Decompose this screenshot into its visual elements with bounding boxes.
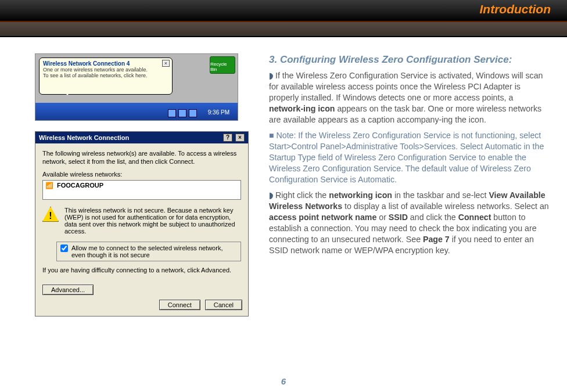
p2-bold4: SSID: [389, 213, 408, 222]
section-heading: 3. Configuring Wireless Zero Configurati…: [269, 53, 550, 67]
left-column: Recycle Bin × Wireless Network Connectio…: [35, 53, 259, 317]
warning-row: ! This wireless network is not secure. B…: [42, 206, 241, 239]
content-area: Recycle Bin × Wireless Network Connectio…: [0, 37, 567, 317]
allow-insecure-row: Allow me to connect to the selected wire…: [56, 242, 241, 261]
taskbar-clock: 9:36 PM: [208, 109, 229, 116]
network-list-item[interactable]: 📶 FOOCAGROUP: [45, 182, 238, 189]
allow-insecure-checkbox[interactable]: [60, 244, 68, 252]
dialog-body: The following wireless network(s) are av…: [35, 143, 248, 285]
right-column: 3. Configuring Wireless Zero Configurati…: [269, 53, 550, 317]
tray-icon: [178, 109, 186, 117]
note-paragraph: Note: If the Wireless Zero Configuration…: [269, 130, 550, 185]
available-networks-label: Available wireless networks:: [42, 171, 241, 178]
p2-d: or: [376, 213, 389, 222]
dialog-intro-text: The following wireless network(s) are av…: [42, 149, 241, 166]
tray-icons: [168, 109, 197, 117]
p2-bold5: Connect: [458, 213, 491, 222]
networks-listbox[interactable]: 📶 FOOCAGROUP: [42, 180, 241, 200]
titlebar-buttons: ? ×: [222, 134, 245, 142]
close-button[interactable]: ×: [235, 134, 245, 142]
dialog-title-text: Wireless Network Connection: [39, 134, 129, 141]
taskbar-balloon-screenshot: Recycle Bin × Wireless Network Connectio…: [35, 53, 238, 121]
cancel-button[interactable]: Cancel: [205, 300, 242, 310]
p2-bold3: access point network name: [269, 213, 376, 222]
p1-text-a: If the Wireless Zero Configuration Servi…: [269, 71, 543, 102]
dialog-titlebar: Wireless Network Connection ? ×: [35, 132, 248, 143]
p2-b: in the taskbar and se-lect: [392, 190, 489, 200]
balloon-line1: One or more wireless networks are availa…: [43, 67, 168, 73]
balloon-title: Wireless Network Connection 4: [43, 60, 168, 67]
connect-button[interactable]: Connect: [159, 300, 200, 310]
paragraph-2: Right click the networking icon in the t…: [269, 190, 550, 256]
warning-icon: !: [42, 207, 59, 222]
p2-bold6: Page 7: [423, 235, 450, 244]
network-ssid: FOOCAGROUP: [57, 182, 103, 189]
allow-insecure-label: Allow me to connect to the selected wire…: [71, 244, 237, 258]
p2-e: and click the: [408, 213, 458, 222]
tray-icon: [189, 109, 197, 117]
balloon-line2: To see a list of available networks, cli…: [43, 73, 168, 78]
page-title: Introduction: [480, 2, 551, 16]
notification-balloon: × Wireless Network Connection 4 One or m…: [39, 57, 173, 95]
p1-bold-networking-icon: network-ing icon: [269, 104, 335, 113]
page-number: 6: [0, 376, 567, 386]
advanced-button[interactable]: Advanced...: [42, 285, 94, 295]
tray-icon: [168, 109, 176, 117]
header-stripe: [0, 21, 567, 36]
recycle-bin-icon: Recycle Bin: [210, 56, 235, 74]
difficulty-text: If you are having difficulty connecting …: [42, 266, 241, 274]
p2-c: to display a list of available wireless …: [342, 202, 549, 211]
dialog-button-row: Connect Cancel: [35, 296, 248, 316]
advanced-row: Advanced...: [35, 285, 248, 296]
p2-a: Right click the: [275, 190, 329, 200]
help-button[interactable]: ?: [223, 134, 232, 142]
wireless-dialog: Wireless Network Connection ? × The foll…: [35, 131, 249, 317]
warning-text: This wireless network is not secure. Bec…: [64, 207, 241, 235]
header-bar: Introduction: [0, 0, 567, 21]
balloon-close-icon: ×: [162, 60, 170, 67]
signal-icon: 📶: [45, 182, 53, 189]
taskbar: 9:36 PM: [35, 103, 238, 120]
paragraph-1: If the Wireless Zero Configuration Servi…: [269, 70, 550, 125]
p2-bold1: networking icon: [329, 190, 392, 200]
